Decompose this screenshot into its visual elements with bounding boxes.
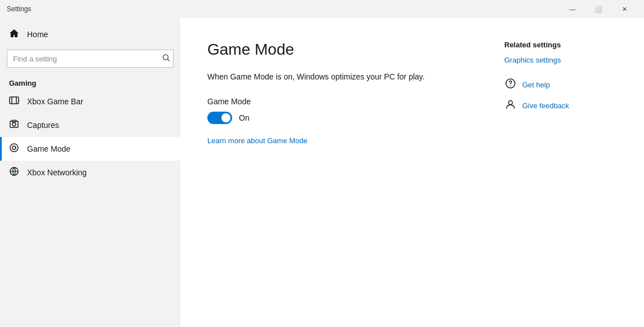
app-title: Settings <box>7 5 31 13</box>
related-settings-title: Related settings <box>504 41 617 49</box>
captures-icon <box>9 119 19 131</box>
page-description: When Game Mode is on, Windows optimizes … <box>207 72 482 81</box>
app-body: Home Gaming <box>0 18 644 327</box>
main-right: Related settings Graphics settings Get h… <box>482 41 617 304</box>
search-button[interactable] <box>162 54 170 64</box>
sidebar-item-xbox-game-bar-label: Xbox Game Bar <box>27 97 83 106</box>
sidebar-item-captures-label: Captures <box>27 121 59 130</box>
minimize-button[interactable]: — <box>559 0 585 18</box>
game-mode-label: Game Mode <box>207 97 482 106</box>
learn-more-link[interactable]: Learn more about Game Mode <box>207 136 308 145</box>
title-bar-controls: — ⬜ ✕ <box>559 0 637 18</box>
svg-rect-5 <box>10 121 18 127</box>
sidebar: Home Gaming <box>0 18 180 327</box>
sidebar-item-home[interactable]: Home <box>0 23 180 46</box>
xbox-game-bar-icon <box>9 95 19 108</box>
give-feedback-item[interactable]: Give feedback <box>504 99 617 113</box>
settings-window: Settings — ⬜ ✕ Home <box>0 0 644 327</box>
toggle-row: On <box>207 112 482 124</box>
sidebar-item-xbox-networking[interactable]: Xbox Networking <box>0 161 180 184</box>
svg-point-6 <box>12 123 16 126</box>
sidebar-category: Gaming <box>0 74 180 90</box>
get-help-link[interactable]: Get help <box>522 81 550 89</box>
toggle-thumb <box>221 113 230 122</box>
close-button[interactable]: ✕ <box>611 0 637 18</box>
page-title: Game Mode <box>207 41 482 59</box>
sidebar-item-game-mode[interactable]: Game Mode <box>0 137 180 161</box>
svg-point-8 <box>10 144 18 152</box>
game-mode-icon <box>9 143 19 155</box>
game-mode-toggle[interactable] <box>207 112 232 124</box>
svg-point-14 <box>509 101 513 105</box>
give-feedback-link[interactable]: Give feedback <box>522 101 569 110</box>
get-help-item[interactable]: Get help <box>504 78 617 92</box>
sidebar-item-captures[interactable]: Captures <box>0 113 180 137</box>
xbox-networking-icon <box>9 166 19 179</box>
search-input[interactable] <box>7 50 174 68</box>
sidebar-item-game-mode-label: Game Mode <box>27 144 70 153</box>
support-section: Get help Give feedback <box>504 78 617 113</box>
svg-rect-2 <box>10 97 19 104</box>
sidebar-item-xbox-networking-label: Xbox Networking <box>27 168 87 177</box>
home-icon <box>9 28 19 41</box>
sidebar-home-label: Home <box>27 30 48 39</box>
toggle-status: On <box>239 113 250 122</box>
main-left: Game Mode When Game Mode is on, Windows … <box>207 41 482 304</box>
svg-point-9 <box>12 146 16 149</box>
sidebar-search <box>7 50 174 68</box>
title-bar: Settings — ⬜ ✕ <box>0 0 644 18</box>
main-content: Game Mode When Game Mode is on, Windows … <box>180 18 644 327</box>
graphics-settings-link[interactable]: Graphics settings <box>504 56 617 64</box>
svg-point-0 <box>163 55 168 60</box>
svg-point-13 <box>510 85 511 86</box>
title-bar-title: Settings <box>7 5 31 13</box>
maximize-button[interactable]: ⬜ <box>585 0 611 18</box>
sidebar-item-xbox-game-bar[interactable]: Xbox Game Bar <box>0 90 180 113</box>
give-feedback-icon <box>504 99 517 113</box>
get-help-icon <box>504 78 517 92</box>
svg-line-1 <box>168 59 170 61</box>
